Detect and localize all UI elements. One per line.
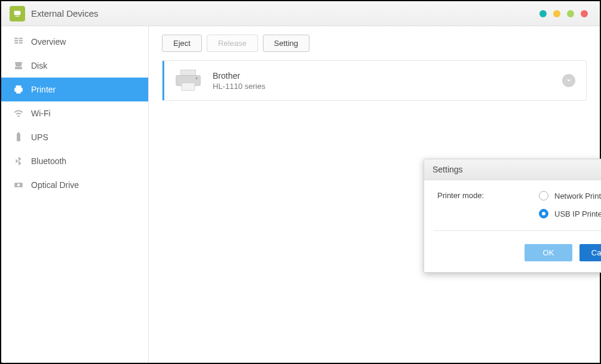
svg-rect-14: [18, 132, 20, 134]
svg-point-20: [196, 78, 198, 79]
svg-rect-13: [17, 133, 20, 141]
modal-title: Settings: [424, 159, 601, 180]
svg-rect-3: [14, 40, 18, 41]
printer-mode-label: Printer mode:: [437, 191, 539, 218]
app-window: External Devices Overview Disk: [1, 1, 600, 363]
radio-unchecked-icon: [539, 191, 548, 200]
sidebar: Overview Disk Printer Wi-Fi: [1, 26, 149, 363]
svg-point-16: [17, 184, 20, 187]
svg-rect-11: [16, 91, 21, 94]
ok-button[interactable]: OK: [525, 244, 572, 261]
bluetooth-icon: [11, 156, 26, 166]
sidebar-item-optical-drive[interactable]: Optical Drive: [1, 173, 148, 197]
svg-rect-0: [14, 11, 21, 15]
window-dot-1-icon[interactable]: [539, 10, 547, 17]
svg-rect-1: [16, 16, 20, 16]
sidebar-item-label: Optical Drive: [31, 180, 79, 190]
svg-rect-9: [16, 85, 22, 88]
sidebar-item-overview[interactable]: Overview: [1, 30, 148, 54]
sidebar-item-label: UPS: [31, 132, 48, 142]
toolbar: Eject Release Setting: [162, 35, 587, 52]
release-button: Release: [207, 35, 258, 52]
content-area: Eject Release Setting Brother HL-1110 se…: [149, 26, 600, 363]
sidebar-item-printer[interactable]: Printer: [1, 78, 148, 101]
svg-rect-5: [19, 38, 23, 39]
sidebar-item-label: Printer: [31, 85, 56, 94]
overview-icon: [11, 36, 26, 47]
wifi-icon: [11, 108, 26, 119]
device-model: HL-1110 series: [213, 82, 265, 91]
sidebar-item-disk[interactable]: Disk: [1, 54, 148, 78]
sidebar-item-label: Bluetooth: [31, 156, 66, 166]
device-card[interactable]: Brother HL-1110 series: [162, 60, 587, 101]
svg-rect-8: [15, 67, 22, 69]
setting-button[interactable]: Setting: [263, 35, 309, 52]
device-info: Brother HL-1110 series: [213, 71, 265, 91]
sidebar-item-label: Overview: [31, 37, 66, 47]
optical-icon: [11, 180, 26, 190]
window-dot-2-icon[interactable]: [553, 10, 560, 17]
svg-rect-4: [14, 42, 18, 44]
eject-button[interactable]: Eject: [162, 35, 202, 52]
printer-icon: [11, 84, 26, 95]
radio-network-printer[interactable]: Network Printer: [539, 191, 601, 200]
app-body: Overview Disk Printer Wi-Fi: [1, 26, 600, 363]
radio-label: USB IP Printer: [554, 209, 601, 218]
svg-rect-2: [14, 38, 18, 39]
ups-icon: [11, 132, 26, 143]
cancel-button[interactable]: Cancel: [579, 244, 601, 261]
window-controls: [539, 10, 591, 17]
disk-icon: [11, 60, 26, 71]
settings-modal: Settings Printer mode: Network Printer U…: [424, 159, 601, 273]
device-name: Brother: [213, 71, 265, 81]
sidebar-item-wifi[interactable]: Wi-Fi: [1, 101, 148, 125]
radio-usb-ip-printer[interactable]: USB IP Printer i: [539, 209, 601, 218]
sidebar-item-label: Wi-Fi: [31, 109, 51, 118]
sidebar-item-ups[interactable]: UPS: [1, 125, 148, 149]
titlebar: External Devices: [1, 1, 600, 26]
radio-label: Network Printer: [554, 192, 601, 200]
svg-rect-6: [19, 40, 23, 41]
sidebar-item-bluetooth[interactable]: Bluetooth: [1, 149, 148, 173]
window-dot-3-icon[interactable]: [567, 10, 574, 17]
chevron-down-icon[interactable]: [562, 74, 575, 87]
window-dot-4-icon[interactable]: [581, 10, 588, 17]
divider: [434, 230, 601, 231]
svg-point-12: [18, 115, 20, 117]
window-title: External Devices: [31, 8, 99, 18]
sidebar-item-label: Disk: [31, 61, 47, 70]
printer-device-icon: [173, 68, 203, 93]
svg-rect-7: [19, 42, 23, 44]
radio-checked-icon: [539, 209, 548, 218]
svg-rect-19: [182, 83, 195, 91]
app-icon: [10, 6, 25, 21]
